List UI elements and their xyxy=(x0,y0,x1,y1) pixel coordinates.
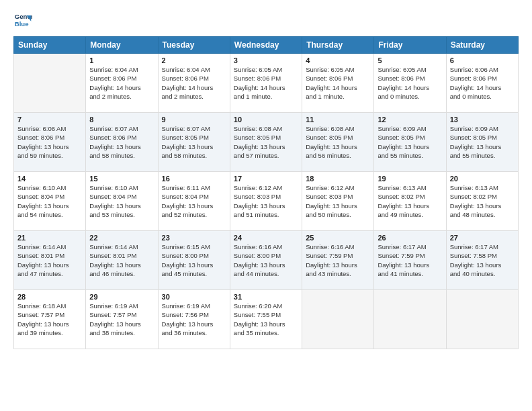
day-info: Sunrise: 6:08 AM Sunset: 8:05 PM Dayligh… xyxy=(234,124,298,160)
day-info: Sunrise: 6:11 AM Sunset: 8:04 PM Dayligh… xyxy=(162,183,226,219)
day-info: Sunrise: 6:05 AM Sunset: 8:06 PM Dayligh… xyxy=(306,65,370,101)
week-row-1: 7Sunrise: 6:06 AM Sunset: 8:06 PM Daylig… xyxy=(14,113,519,172)
day-cell: 14Sunrise: 6:10 AM Sunset: 8:04 PM Dayli… xyxy=(14,172,86,231)
day-info: Sunrise: 6:06 AM Sunset: 8:06 PM Dayligh… xyxy=(450,65,515,101)
day-number: 1 xyxy=(89,56,154,64)
logo-icon: General Blue xyxy=(13,11,32,30)
day-cell: 2Sunrise: 6:04 AM Sunset: 8:06 PM Daylig… xyxy=(158,54,230,113)
day-cell: 29Sunrise: 6:19 AM Sunset: 7:57 PM Dayli… xyxy=(86,290,158,349)
day-info: Sunrise: 6:16 AM Sunset: 7:59 PM Dayligh… xyxy=(306,242,370,278)
day-info: Sunrise: 6:13 AM Sunset: 8:02 PM Dayligh… xyxy=(450,183,515,219)
day-info: Sunrise: 6:04 AM Sunset: 8:06 PM Dayligh… xyxy=(89,65,154,101)
weekday-header-wednesday: Wednesday xyxy=(230,37,302,54)
day-number: 8 xyxy=(89,116,154,124)
day-cell: 1Sunrise: 6:04 AM Sunset: 8:06 PM Daylig… xyxy=(86,54,158,113)
day-number: 29 xyxy=(89,293,154,301)
day-number: 18 xyxy=(306,175,370,183)
day-info: Sunrise: 6:04 AM Sunset: 8:06 PM Dayligh… xyxy=(162,65,226,101)
day-info: Sunrise: 6:20 AM Sunset: 7:55 PM Dayligh… xyxy=(234,302,298,337)
day-cell xyxy=(14,54,86,113)
day-cell: 18Sunrise: 6:12 AM Sunset: 8:03 PM Dayli… xyxy=(302,172,374,231)
day-cell: 20Sunrise: 6:13 AM Sunset: 8:02 PM Dayli… xyxy=(446,172,518,231)
day-info: Sunrise: 6:12 AM Sunset: 8:03 PM Dayligh… xyxy=(306,183,370,219)
day-number: 16 xyxy=(162,175,226,183)
day-number: 2 xyxy=(162,56,226,64)
day-info: Sunrise: 6:19 AM Sunset: 7:57 PM Dayligh… xyxy=(89,302,154,337)
day-cell xyxy=(302,290,374,349)
day-cell: 22Sunrise: 6:14 AM Sunset: 8:01 PM Dayli… xyxy=(86,231,158,290)
weekday-header-friday: Friday xyxy=(374,37,446,54)
day-info: Sunrise: 6:14 AM Sunset: 8:01 PM Dayligh… xyxy=(17,242,82,278)
day-info: Sunrise: 6:10 AM Sunset: 8:04 PM Dayligh… xyxy=(89,183,154,219)
day-info: Sunrise: 6:12 AM Sunset: 8:03 PM Dayligh… xyxy=(234,183,298,219)
day-cell: 23Sunrise: 6:15 AM Sunset: 8:00 PM Dayli… xyxy=(158,231,230,290)
day-number: 13 xyxy=(450,116,515,124)
calendar-table: SundayMondayTuesdayWednesdayThursdayFrid… xyxy=(13,36,519,349)
weekday-header-monday: Monday xyxy=(86,37,158,54)
day-cell: 19Sunrise: 6:13 AM Sunset: 8:02 PM Dayli… xyxy=(374,172,446,231)
day-cell: 4Sunrise: 6:05 AM Sunset: 8:06 PM Daylig… xyxy=(302,54,374,113)
day-number: 27 xyxy=(450,234,515,242)
day-info: Sunrise: 6:09 AM Sunset: 8:05 PM Dayligh… xyxy=(450,124,515,160)
day-cell: 28Sunrise: 6:18 AM Sunset: 7:57 PM Dayli… xyxy=(14,290,86,349)
day-cell: 3Sunrise: 6:05 AM Sunset: 8:06 PM Daylig… xyxy=(230,54,302,113)
day-number: 10 xyxy=(234,116,298,124)
day-cell xyxy=(446,290,518,349)
day-info: Sunrise: 6:06 AM Sunset: 8:06 PM Dayligh… xyxy=(17,124,82,160)
week-row-3: 21Sunrise: 6:14 AM Sunset: 8:01 PM Dayli… xyxy=(14,231,519,290)
day-cell: 16Sunrise: 6:11 AM Sunset: 8:04 PM Dayli… xyxy=(158,172,230,231)
day-number: 14 xyxy=(17,175,82,183)
day-cell: 6Sunrise: 6:06 AM Sunset: 8:06 PM Daylig… xyxy=(446,54,518,113)
week-row-4: 28Sunrise: 6:18 AM Sunset: 7:57 PM Dayli… xyxy=(14,290,519,349)
header: General Blue xyxy=(13,11,519,30)
day-number: 22 xyxy=(89,234,154,242)
day-cell: 27Sunrise: 6:17 AM Sunset: 7:58 PM Dayli… xyxy=(446,231,518,290)
day-number: 4 xyxy=(306,56,370,64)
day-cell: 5Sunrise: 6:05 AM Sunset: 8:06 PM Daylig… xyxy=(374,54,446,113)
day-info: Sunrise: 6:19 AM Sunset: 7:56 PM Dayligh… xyxy=(162,302,226,337)
week-row-0: 1Sunrise: 6:04 AM Sunset: 8:06 PM Daylig… xyxy=(14,54,519,113)
day-number: 19 xyxy=(378,175,442,183)
day-info: Sunrise: 6:18 AM Sunset: 7:57 PM Dayligh… xyxy=(17,302,82,337)
day-info: Sunrise: 6:17 AM Sunset: 7:58 PM Dayligh… xyxy=(450,242,515,278)
day-number: 7 xyxy=(17,116,82,124)
calendar-page: General Blue SundayMondayTuesdayWednesda… xyxy=(0,0,532,411)
day-cell: 26Sunrise: 6:17 AM Sunset: 7:59 PM Dayli… xyxy=(374,231,446,290)
day-number: 5 xyxy=(378,56,442,64)
day-cell: 24Sunrise: 6:16 AM Sunset: 8:00 PM Dayli… xyxy=(230,231,302,290)
day-info: Sunrise: 6:13 AM Sunset: 8:02 PM Dayligh… xyxy=(378,183,442,219)
day-number: 12 xyxy=(378,116,442,124)
day-number: 28 xyxy=(17,293,82,301)
day-cell: 10Sunrise: 6:08 AM Sunset: 8:05 PM Dayli… xyxy=(230,113,302,172)
day-cell: 21Sunrise: 6:14 AM Sunset: 8:01 PM Dayli… xyxy=(14,231,86,290)
day-info: Sunrise: 6:09 AM Sunset: 8:05 PM Dayligh… xyxy=(378,124,442,160)
svg-text:Blue: Blue xyxy=(15,20,29,28)
day-number: 11 xyxy=(306,116,370,124)
day-number: 24 xyxy=(234,234,298,242)
day-number: 31 xyxy=(234,293,298,301)
day-number: 3 xyxy=(234,56,298,64)
day-info: Sunrise: 6:05 AM Sunset: 8:06 PM Dayligh… xyxy=(378,65,442,101)
day-number: 9 xyxy=(162,116,226,124)
day-info: Sunrise: 6:10 AM Sunset: 8:04 PM Dayligh… xyxy=(17,183,82,219)
day-cell: 11Sunrise: 6:08 AM Sunset: 8:05 PM Dayli… xyxy=(302,113,374,172)
day-number: 25 xyxy=(306,234,370,242)
day-number: 17 xyxy=(234,175,298,183)
day-cell: 7Sunrise: 6:06 AM Sunset: 8:06 PM Daylig… xyxy=(14,113,86,172)
day-cell: 9Sunrise: 6:07 AM Sunset: 8:05 PM Daylig… xyxy=(158,113,230,172)
day-number: 20 xyxy=(450,175,515,183)
logo: General Blue xyxy=(13,11,32,30)
day-info: Sunrise: 6:17 AM Sunset: 7:59 PM Dayligh… xyxy=(378,242,442,278)
day-number: 6 xyxy=(450,56,515,64)
day-number: 30 xyxy=(162,293,226,301)
day-number: 23 xyxy=(162,234,226,242)
day-info: Sunrise: 6:14 AM Sunset: 8:01 PM Dayligh… xyxy=(89,242,154,278)
day-cell: 25Sunrise: 6:16 AM Sunset: 7:59 PM Dayli… xyxy=(302,231,374,290)
day-number: 15 xyxy=(89,175,154,183)
day-cell: 15Sunrise: 6:10 AM Sunset: 8:04 PM Dayli… xyxy=(86,172,158,231)
day-cell: 13Sunrise: 6:09 AM Sunset: 8:05 PM Dayli… xyxy=(446,113,518,172)
weekday-header-thursday: Thursday xyxy=(302,37,374,54)
weekday-header-saturday: Saturday xyxy=(446,37,518,54)
day-info: Sunrise: 6:15 AM Sunset: 8:00 PM Dayligh… xyxy=(162,242,226,278)
day-info: Sunrise: 6:07 AM Sunset: 8:05 PM Dayligh… xyxy=(162,124,226,160)
